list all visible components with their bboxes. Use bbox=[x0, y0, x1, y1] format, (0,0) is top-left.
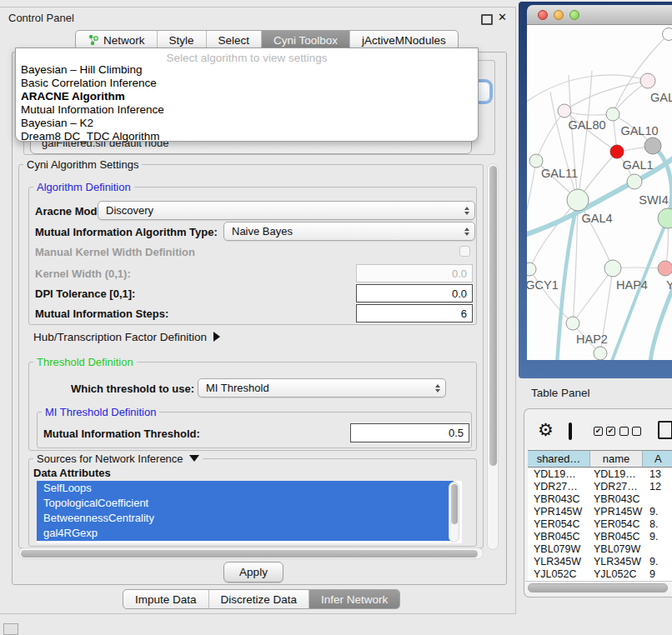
settings-hscrollbar[interactable] bbox=[18, 548, 484, 559]
table-row[interactable]: YDR27…YDR27…12 bbox=[528, 481, 672, 493]
app-root: Control Panel ✕ Network Style Select Cyn… bbox=[0, 0, 672, 635]
table-hscrollbar[interactable] bbox=[525, 581, 672, 592]
node-gal11[interactable] bbox=[529, 154, 543, 168]
table-row[interactable]: YBR043CYBR043C bbox=[528, 493, 672, 506]
table-row[interactable]: YER054CYER054C8. bbox=[528, 518, 672, 531]
minimize-traffic-icon[interactable] bbox=[554, 10, 564, 20]
tab-style[interactable]: Style bbox=[158, 31, 207, 49]
node-label: GAL10 bbox=[620, 124, 658, 138]
aracne-mode-combobox[interactable]: Discovery bbox=[98, 201, 475, 220]
panel-dock-icon[interactable] bbox=[3, 623, 18, 635]
list-item-betweennesscentrality[interactable]: BetweennessCentrality bbox=[37, 511, 454, 526]
hub-definition-toggle[interactable]: Hub/Transcription Factor Definition bbox=[33, 331, 220, 343]
column-header-partial[interactable]: A bbox=[643, 450, 672, 468]
popup-placeholder: Select algorithm to view settings bbox=[16, 52, 478, 64]
maximize-traffic-icon[interactable] bbox=[569, 10, 579, 20]
list-item-gal4rgexp[interactable]: gal4RGexp bbox=[37, 526, 454, 541]
mi-type-combobox[interactable]: Naive Bayes bbox=[223, 222, 475, 241]
aracne-mode-label: Aracne Mode: bbox=[35, 205, 107, 218]
apply-button[interactable]: Apply bbox=[223, 562, 283, 582]
mi-threshold-input[interactable]: 0.5 bbox=[350, 423, 469, 442]
node-label: SWI4 bbox=[639, 193, 668, 207]
close-panel-icon[interactable]: ✕ bbox=[498, 11, 507, 23]
node-salmon[interactable] bbox=[658, 261, 672, 276]
list-item-topologicalcoefficient[interactable]: TopologicalCoefficient bbox=[37, 496, 454, 511]
settings-hscrollbar-thumb[interactable] bbox=[21, 550, 478, 558]
manual-kernel-checkbox[interactable] bbox=[459, 246, 470, 257]
tab-infer-network[interactable]: Infer Network bbox=[309, 590, 399, 608]
node-gal80[interactable] bbox=[558, 104, 571, 118]
table-row[interactable]: YPR145WYPR145W9. bbox=[528, 506, 672, 518]
attributes-vscrollbar[interactable] bbox=[449, 482, 459, 542]
select-all-checkbox-icon[interactable]: ✔ bbox=[594, 427, 603, 436]
tab-select[interactable]: Select bbox=[207, 31, 263, 49]
table-row[interactable]: YBL079WYBL079W bbox=[528, 543, 672, 556]
popup-item-dream8[interactable]: Dream8 DC_TDC Algorithm bbox=[21, 130, 160, 142]
node-label: GAL7 bbox=[650, 91, 672, 104]
mi-threshold-definition-title: MI Threshold Definition bbox=[42, 406, 159, 418]
settings-vscrollbar[interactable] bbox=[487, 163, 499, 550]
table-row[interactable]: YBR045CYBR045C9. bbox=[528, 531, 672, 543]
popup-item-bayesian-hill[interactable]: Bayesian – Hill Climbing bbox=[21, 63, 143, 76]
node-gal10[interactable] bbox=[606, 108, 619, 121]
network-view-canvas[interactable]: GAL7 GAL80 GAL10 GAL1 GAL11 SWI4 GAL4 GC… bbox=[527, 25, 672, 360]
node-partial-top[interactable] bbox=[663, 28, 672, 41]
network-graph: GAL7 GAL80 GAL10 GAL1 GAL11 SWI4 GAL4 GC… bbox=[527, 25, 672, 360]
table-settings-gear-icon[interactable]: ⚙ bbox=[538, 420, 554, 440]
node-hap4[interactable] bbox=[604, 260, 621, 277]
combo-arrows-icon bbox=[464, 207, 469, 215]
node-hap2[interactable] bbox=[566, 317, 579, 330]
popup-item-aracne[interactable]: ARACNE Algorithm bbox=[21, 90, 125, 102]
table-hscrollbar-thumb[interactable] bbox=[528, 583, 668, 592]
collapse-down-icon bbox=[189, 455, 199, 462]
node-label: HAP2 bbox=[576, 332, 608, 346]
export-table-icon[interactable] bbox=[658, 421, 672, 439]
node-label: GAL4 bbox=[581, 212, 612, 225]
kernel-width-label: Kernel Width (0,1): bbox=[35, 268, 131, 280]
node-gal4[interactable] bbox=[567, 189, 589, 211]
attributes-vscrollbar-thumb[interactable] bbox=[451, 484, 458, 524]
combo-arrows-icon bbox=[435, 384, 440, 392]
network-icon bbox=[88, 34, 99, 46]
select-all-checkbox-icon[interactable]: ✔ bbox=[606, 427, 615, 436]
dpi-tolerance-input[interactable]: 0.0 bbox=[356, 284, 473, 302]
which-threshold-combobox[interactable]: MI Threshold bbox=[198, 378, 446, 398]
tab-discretize-data[interactable]: Discretize Data bbox=[209, 590, 310, 608]
deselect-all-checkbox-icon[interactable] bbox=[619, 427, 629, 436]
node-label: Y bbox=[666, 278, 672, 292]
column-header-name[interactable]: name bbox=[590, 450, 643, 468]
deselect-all-checkbox-icon[interactable] bbox=[632, 427, 641, 436]
node-gray[interactable] bbox=[644, 138, 661, 154]
network-window-titlebar[interactable] bbox=[527, 5, 672, 25]
node-gal1-green[interactable] bbox=[627, 174, 642, 189]
kernel-width-input[interactable]: 0.0 bbox=[356, 264, 473, 282]
mi-type-label: Mutual Information Algorithm Type: bbox=[35, 226, 218, 238]
node-swi4[interactable] bbox=[658, 208, 672, 228]
popup-item-basic-correlation[interactable]: Basic Correlation Inference bbox=[21, 77, 157, 89]
tab-jactivemnodules[interactable]: jActiveMNodules bbox=[350, 31, 458, 49]
tab-network[interactable]: Network bbox=[76, 31, 158, 49]
node-partial-bottom[interactable] bbox=[594, 347, 607, 360]
node-gal7[interactable] bbox=[640, 73, 655, 88]
expand-right-icon bbox=[213, 332, 220, 342]
tab-cyni-toolbox[interactable]: Cyni Toolbox bbox=[262, 31, 350, 49]
column-header-shared-name[interactable]: shared… bbox=[528, 450, 590, 468]
column-selector-icon[interactable] bbox=[569, 422, 572, 440]
table-row[interactable]: YLR345WYLR345W9. bbox=[528, 556, 672, 568]
node-red-gal1[interactable] bbox=[610, 145, 624, 158]
node-label: HAP4 bbox=[616, 278, 648, 292]
popup-item-bayesian-k2[interactable]: Bayesian – K2 bbox=[21, 117, 93, 129]
which-threshold-label: Which threshold to use: bbox=[71, 382, 194, 395]
sources-title-toggle[interactable]: Sources for Network Inference bbox=[33, 452, 203, 465]
table-row[interactable]: YDL19…YDL19…13 bbox=[528, 468, 672, 481]
close-traffic-icon[interactable] bbox=[538, 10, 548, 20]
table-row[interactable]: YJL052CYJL052C9 bbox=[528, 568, 672, 581]
list-item-selfloops[interactable]: SelfLoops bbox=[37, 481, 454, 496]
node-gcy1[interactable] bbox=[527, 262, 536, 276]
popup-item-mutual-information[interactable]: Mutual Information Inference bbox=[21, 103, 164, 116]
control-panel-title: Control Panel bbox=[8, 12, 74, 24]
tab-impute-data[interactable]: Impute Data bbox=[123, 590, 209, 608]
mi-steps-input[interactable]: 6 bbox=[356, 304, 473, 322]
float-window-icon[interactable] bbox=[481, 14, 493, 25]
settings-vscrollbar-thumb[interactable] bbox=[489, 166, 497, 466]
